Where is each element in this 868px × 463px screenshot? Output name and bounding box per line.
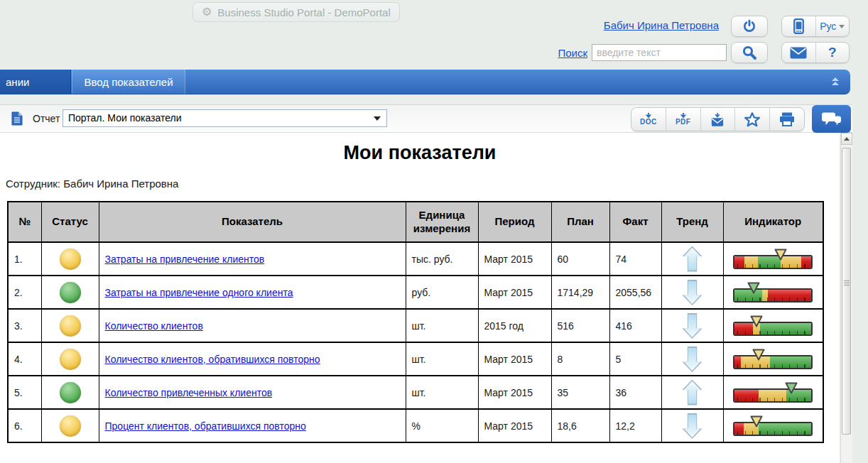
indicator-link[interactable]: Количество клиентов, обратившихся повтор… bbox=[105, 354, 320, 365]
indicator-cell bbox=[723, 242, 823, 276]
indicator-name-cell: Количество клиентов bbox=[99, 309, 406, 342]
search-button[interactable] bbox=[731, 42, 768, 63]
indicator-link[interactable]: Затраты на привлечение одного клиента bbox=[105, 287, 293, 298]
row-number-cell: 3. bbox=[8, 309, 41, 342]
table-row: 5.Количество привлеченных клиентовшт.Мар… bbox=[8, 376, 823, 409]
period-cell: Март 2015 bbox=[478, 376, 551, 409]
status-yellow-icon bbox=[60, 349, 81, 370]
column-header-3: Единица измерения bbox=[406, 202, 478, 242]
gauge-bar bbox=[733, 288, 813, 303]
scrollbar-up-button[interactable] bbox=[841, 133, 852, 145]
status-cell bbox=[41, 309, 99, 342]
scrollbar-grip bbox=[844, 280, 850, 286]
trend-cell bbox=[661, 242, 723, 276]
comments-icon bbox=[822, 111, 842, 127]
report-content: Мои показатели Сотрудник: Бабич Ирина Пе… bbox=[0, 133, 840, 463]
mail-icon bbox=[711, 118, 724, 126]
gauge-pointer bbox=[750, 415, 763, 430]
gauge-bar bbox=[733, 355, 813, 369]
period-cell: Март 2015 bbox=[478, 342, 551, 376]
indicator-gauge bbox=[733, 282, 813, 303]
user-link[interactable]: Бабич Ирина Петровна bbox=[604, 19, 719, 31]
help-button[interactable]: ? bbox=[815, 43, 850, 62]
indicator-gauge bbox=[733, 382, 813, 403]
scrollbar-thumb[interactable] bbox=[842, 148, 851, 435]
app-window: ⚙ Business Studio Portal - DemoPortal Ба… bbox=[0, 0, 868, 463]
gauge-bar bbox=[733, 422, 813, 436]
document-icon bbox=[11, 111, 23, 126]
nav-tab-vvod-pokazateley[interactable]: Ввод показателей bbox=[72, 70, 185, 94]
status-cell bbox=[41, 409, 99, 442]
nav-tab-partial[interactable]: ании bbox=[0, 70, 71, 94]
vertical-scrollbar bbox=[840, 133, 852, 463]
fact-cell: 416 bbox=[609, 309, 661, 342]
mail-button[interactable] bbox=[782, 43, 815, 62]
export-pdf-button[interactable]: PDF bbox=[666, 108, 700, 131]
search-icon bbox=[742, 45, 757, 60]
plan-cell: 8 bbox=[551, 342, 609, 376]
unit-cell: шт. bbox=[406, 376, 478, 409]
fact-cell: 12,2 bbox=[609, 409, 661, 442]
unit-cell: % bbox=[406, 409, 478, 442]
plan-cell: 60 bbox=[551, 242, 609, 276]
indicator-cell bbox=[723, 342, 823, 376]
plan-cell: 516 bbox=[551, 309, 609, 342]
gauge-ticks bbox=[737, 264, 810, 268]
favorite-button[interactable] bbox=[734, 108, 769, 131]
plan-cell: 1714,29 bbox=[551, 276, 609, 309]
download-arrow-icon bbox=[714, 113, 721, 118]
unit-cell: тыс. руб. bbox=[406, 242, 478, 276]
gauge-ticks bbox=[737, 431, 810, 435]
row-number-cell: 6. bbox=[8, 409, 41, 442]
status-cell bbox=[41, 242, 99, 276]
main-navbar: ании Ввод показателей bbox=[0, 70, 850, 94]
indicator-name-cell: Количество привлеченных клиентов bbox=[99, 376, 406, 409]
star-icon bbox=[744, 112, 760, 127]
indicator-link[interactable]: Количество привлеченных клиентов bbox=[105, 387, 273, 398]
pdf-label: PDF bbox=[676, 119, 691, 126]
window-title: Business Studio Portal - DemoPortal bbox=[217, 6, 390, 18]
column-header-6: Факт bbox=[609, 202, 661, 242]
indicator-link[interactable]: Количество клиентов bbox=[105, 320, 203, 332]
row-number-cell: 2. bbox=[8, 276, 41, 309]
indicator-cell bbox=[723, 309, 823, 342]
window-tab[interactable]: ⚙ Business Studio Portal - DemoPortal bbox=[192, 2, 400, 22]
indicator-name-cell: Процент клиентов, обратившихся повторно bbox=[99, 409, 406, 442]
trend-down-icon bbox=[683, 313, 702, 339]
send-report-button[interactable] bbox=[700, 108, 735, 131]
gauge-bar bbox=[733, 255, 813, 269]
export-doc-button[interactable]: DOC bbox=[631, 108, 666, 131]
kpi-table: №СтатусПоказательЕдиница измеренияПериод… bbox=[7, 201, 824, 443]
report-select-value: Портал. Мои показатели bbox=[68, 112, 182, 124]
period-cell: Март 2015 bbox=[478, 242, 551, 276]
fact-cell: 74 bbox=[609, 242, 661, 276]
comments-button[interactable] bbox=[812, 105, 851, 133]
report-select[interactable]: Портал. Мои показатели bbox=[63, 109, 387, 127]
search-input[interactable] bbox=[592, 44, 727, 61]
collapse-menu-icon[interactable] bbox=[830, 77, 840, 87]
indicator-cell bbox=[723, 409, 823, 442]
unit-cell: шт. bbox=[406, 309, 478, 342]
indicator-link[interactable]: Процент клиентов, обратившихся повторно bbox=[105, 420, 306, 432]
mail-help-group: ? bbox=[781, 42, 850, 63]
mobile-view-button[interactable] bbox=[782, 16, 815, 36]
report-label: Отчет bbox=[33, 113, 60, 124]
indicator-gauge bbox=[733, 315, 813, 337]
scroll-up-icon bbox=[844, 137, 850, 141]
language-label: Рус bbox=[820, 21, 836, 32]
search-link[interactable]: Поиск bbox=[558, 47, 587, 59]
language-dropdown[interactable]: Рус bbox=[815, 16, 850, 36]
status-cell bbox=[41, 276, 99, 309]
print-button[interactable] bbox=[769, 108, 804, 131]
row-number-cell: 1. bbox=[8, 242, 41, 276]
gauge-bar bbox=[733, 322, 813, 336]
indicator-name-cell: Затраты на привлечение клиентов bbox=[99, 242, 406, 276]
status-yellow-icon bbox=[60, 415, 81, 437]
trend-up-icon bbox=[683, 380, 702, 405]
indicator-link[interactable]: Затраты на привлечение клиентов bbox=[105, 254, 265, 265]
period-cell: Март 2015 bbox=[478, 276, 551, 309]
gauge-pointer bbox=[750, 315, 763, 329]
logout-button[interactable] bbox=[731, 16, 768, 37]
trend-cell bbox=[661, 409, 723, 442]
gauge-ticks bbox=[737, 298, 810, 301]
